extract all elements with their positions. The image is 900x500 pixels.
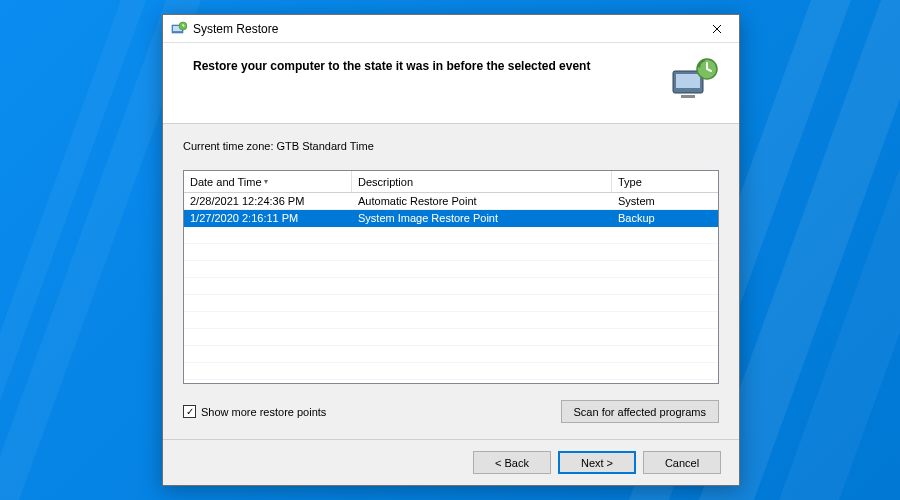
empty-row [184,295,718,312]
wizard-footer: < Back Next > Cancel [163,439,739,485]
next-button[interactable]: Next > [558,451,636,474]
cell-description: Automatic Restore Point [352,195,612,207]
empty-row [184,261,718,278]
page-title: Restore your computer to the state it wa… [193,57,661,73]
show-more-label: Show more restore points [201,406,326,418]
empty-row [184,329,718,346]
close-button[interactable] [695,15,739,43]
body-panel: Current time zone: GTB Standard Time Dat… [163,124,739,439]
empty-row [184,346,718,363]
cell-datetime: 1/27/2020 2:16:11 PM [184,212,352,224]
column-datetime-label: Date and Time [190,176,262,188]
empty-row [184,227,718,244]
system-restore-icon [171,21,187,37]
list-header: Date and Time ▾ Description Type [184,171,718,193]
options-row: ✓ Show more restore points Scan for affe… [183,400,719,423]
titlebar: System Restore [163,15,739,43]
column-datetime[interactable]: Date and Time ▾ [184,171,352,192]
checkmark-icon: ✓ [186,407,194,417]
cancel-button[interactable]: Cancel [643,451,721,474]
cell-type: Backup [612,212,718,224]
header-panel: Restore your computer to the state it wa… [163,43,739,124]
cell-type: System [612,195,718,207]
empty-row [184,312,718,329]
cell-description: System Image Restore Point [352,212,612,224]
table-row[interactable]: 1/27/2020 2:16:11 PM System Image Restor… [184,210,718,227]
empty-row [184,278,718,295]
table-row[interactable]: 2/28/2021 12:24:36 PM Automatic Restore … [184,193,718,210]
empty-row [184,363,718,380]
cell-datetime: 2/28/2021 12:24:36 PM [184,195,352,207]
sort-desc-icon: ▾ [264,177,268,186]
scan-affected-button[interactable]: Scan for affected programs [561,400,719,423]
column-type-label: Type [618,176,642,188]
close-icon [712,24,722,34]
system-restore-dialog: System Restore Restore your computer to … [162,14,740,486]
empty-row [184,244,718,261]
column-type[interactable]: Type [612,171,718,192]
restore-wizard-icon [671,57,719,101]
restore-points-list: Date and Time ▾ Description Type 2/28/20… [183,170,719,384]
window-title: System Restore [193,22,278,36]
timezone-label: Current time zone: GTB Standard Time [183,140,719,152]
back-button[interactable]: < Back [473,451,551,474]
list-body: 2/28/2021 12:24:36 PM Automatic Restore … [184,193,718,383]
column-description-label: Description [358,176,413,188]
column-description[interactable]: Description [352,171,612,192]
svg-rect-4 [676,74,700,88]
show-more-checkbox[interactable]: ✓ Show more restore points [183,405,326,418]
svg-rect-5 [681,95,695,98]
checkbox-box: ✓ [183,405,196,418]
